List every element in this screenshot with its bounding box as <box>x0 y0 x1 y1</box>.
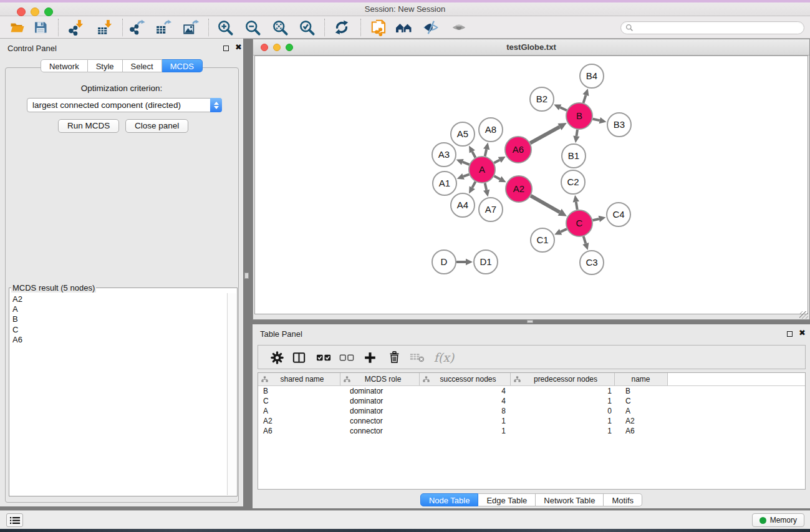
refresh-icon[interactable] <box>331 18 352 37</box>
table-row[interactable]: Bdominator41B <box>258 386 805 396</box>
zoom-selected-icon[interactable] <box>296 18 317 37</box>
table-row[interactable]: A2connector11A2 <box>258 416 805 426</box>
close-panel-icon[interactable]: ✖ <box>235 42 242 52</box>
graph-edge[interactable] <box>463 162 470 165</box>
export-image-icon[interactable] <box>180 18 201 37</box>
graph-edge[interactable] <box>494 176 499 179</box>
network-graph[interactable]: B4B2BB3A8A5A6A3B1AA1C2A2A4A7C4CC1C3DD1 <box>255 56 809 315</box>
graph-edge[interactable] <box>584 236 586 244</box>
table-row[interactable]: Cdominator41C <box>258 396 805 406</box>
graph-node-c2[interactable]: C2 <box>561 170 585 194</box>
mcds-list-scrollbar[interactable] <box>227 293 236 495</box>
run-mcds-button[interactable]: Run MCDS <box>58 119 119 133</box>
tab-motifs[interactable]: Motifs <box>604 493 642 506</box>
export-table-icon[interactable] <box>153 18 174 37</box>
mcds-result-item[interactable]: C <box>12 325 227 335</box>
graph-node-a7[interactable]: A7 <box>479 198 503 221</box>
eye-icon[interactable] <box>448 18 470 37</box>
open-folder-icon[interactable] <box>6 18 27 37</box>
graph-edge[interactable] <box>560 107 567 110</box>
graph-edge[interactable] <box>485 183 486 190</box>
tab-mcds[interactable]: MCDS <box>162 59 203 72</box>
graph-node-c[interactable]: C <box>566 210 592 236</box>
column-header-successor-nodes[interactable]: successor nodes <box>420 373 511 385</box>
tab-style[interactable]: Style <box>88 59 123 72</box>
graph-node-a6[interactable]: A6 <box>505 137 531 163</box>
import-table-icon[interactable] <box>94 18 115 37</box>
graph-node-a[interactable]: A <box>469 157 495 183</box>
column-header-shared-name[interactable]: shared name <box>258 373 340 385</box>
graph-edge[interactable] <box>584 95 586 103</box>
graph-node-d1[interactable]: D1 <box>474 250 498 274</box>
add-icon[interactable] <box>360 347 380 367</box>
tab-node-table[interactable]: Node Table <box>420 493 479 506</box>
graph-node-b1[interactable]: B1 <box>562 144 586 168</box>
graph-node-a5[interactable]: A5 <box>451 122 475 146</box>
tab-network-table[interactable]: Network Table <box>536 493 604 506</box>
zoom-in-icon[interactable] <box>215 18 236 37</box>
search-input[interactable] <box>620 21 804 34</box>
graph-node-a8[interactable]: A8 <box>479 118 503 142</box>
vertical-splitter-grip[interactable] <box>244 273 249 279</box>
table-row[interactable]: A6connector11A6 <box>258 426 805 436</box>
float-panel-icon[interactable] <box>787 331 793 337</box>
graph-edge[interactable] <box>485 149 486 156</box>
memory-button[interactable]: Memory <box>752 513 804 527</box>
mcds-result-item[interactable]: A6 <box>12 335 227 345</box>
graph-node-a2[interactable]: A2 <box>506 176 532 202</box>
close-panel-icon[interactable]: ✖ <box>799 328 806 337</box>
tab-network[interactable]: Network <box>41 59 88 72</box>
home-icon[interactable] <box>393 18 415 37</box>
hide-eye-icon[interactable] <box>420 18 441 37</box>
clone-network-icon[interactable] <box>368 18 389 37</box>
graph-node-a3[interactable]: A3 <box>432 143 456 167</box>
graph-node-a1[interactable]: A1 <box>433 172 456 195</box>
select-all-icon[interactable] <box>314 347 334 367</box>
graph-edge[interactable] <box>494 160 499 163</box>
graph-node-b4[interactable]: B4 <box>580 64 604 88</box>
graph-edge[interactable] <box>531 196 560 212</box>
graph-node-b2[interactable]: B2 <box>530 87 554 111</box>
window-resize-grip[interactable] <box>799 311 808 319</box>
graph-edge[interactable] <box>592 119 599 120</box>
column-header-mcds-role[interactable]: MCDS role <box>340 373 420 385</box>
delete-table-icon[interactable] <box>407 347 427 367</box>
graph-edge[interactable] <box>561 229 567 232</box>
float-panel-icon[interactable] <box>223 46 229 51</box>
optimization-criterion-select[interactable]: largest connected component (directed) <box>27 98 222 112</box>
zoom-fit-icon[interactable] <box>269 18 291 37</box>
export-network-icon[interactable] <box>127 18 148 37</box>
import-network-icon[interactable] <box>65 18 87 37</box>
function-icon[interactable]: f(x) <box>430 347 458 367</box>
graph-node-a4[interactable]: A4 <box>451 193 475 217</box>
graph-node-b[interactable]: B <box>566 103 592 129</box>
graph-node-d[interactable]: D <box>432 250 456 274</box>
graph-node-c4[interactable]: C4 <box>607 203 630 226</box>
save-icon[interactable] <box>30 18 51 37</box>
graph-edge[interactable] <box>472 152 475 158</box>
graph-edge[interactable] <box>463 175 469 177</box>
horizontal-splitter-grip[interactable] <box>527 320 533 323</box>
gear-icon[interactable] <box>267 347 287 367</box>
deselect-all-icon[interactable] <box>337 347 357 367</box>
zoom-out-icon[interactable] <box>242 18 263 37</box>
table-row[interactable]: Adominator80A <box>258 406 805 416</box>
columns-icon[interactable] <box>289 347 309 367</box>
network-canvas[interactable]: B4B2BB3A8A5A6A3B1AA1C2A2A4A7C4CC1C3DD1 <box>254 56 808 314</box>
task-history-icon[interactable] <box>6 513 23 527</box>
tab-select[interactable]: Select <box>123 59 162 72</box>
graph-edge[interactable] <box>576 130 577 137</box>
close-panel-button[interactable]: Close panel <box>125 119 188 133</box>
tab-edge-table[interactable]: Edge Table <box>478 493 536 506</box>
graph-node-c1[interactable]: C1 <box>531 228 554 252</box>
graph-node-c3[interactable]: C3 <box>580 251 604 274</box>
graph-node-b3[interactable]: B3 <box>607 113 631 137</box>
graph-edge[interactable] <box>576 202 577 210</box>
graph-edge[interactable] <box>592 219 599 220</box>
mcds-result-item[interactable]: B <box>12 314 227 324</box>
mcds-result-list[interactable]: A2ABCA6 <box>10 293 227 495</box>
graph-edge[interactable] <box>472 181 475 188</box>
trash-icon[interactable] <box>384 347 404 367</box>
mcds-result-item[interactable]: A <box>12 304 227 314</box>
graph-edge[interactable] <box>530 127 559 143</box>
